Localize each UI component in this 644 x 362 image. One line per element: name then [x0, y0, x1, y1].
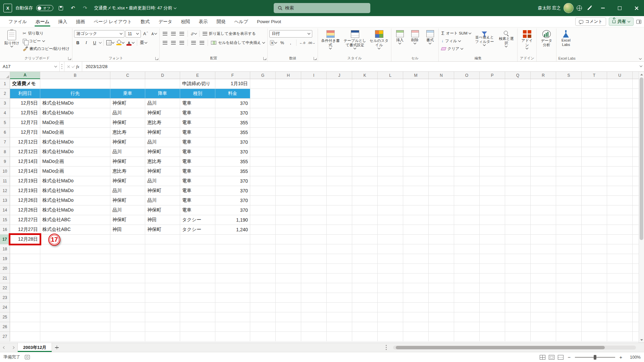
- cell-A15[interactable]: 12月27日: [10, 215, 40, 225]
- cell-S2[interactable]: [556, 89, 582, 99]
- cell-D10[interactable]: 神保町: [145, 167, 180, 176]
- cell-U18[interactable]: [607, 244, 633, 254]
- cell-V22[interactable]: [633, 283, 639, 293]
- cell-I16[interactable]: [301, 225, 327, 235]
- cell-P4[interactable]: [480, 108, 505, 118]
- cell-E16[interactable]: タクシー: [180, 225, 215, 235]
- cell-H18[interactable]: [276, 244, 301, 254]
- cell-H16[interactable]: [276, 225, 301, 235]
- zoom-slider-thumb[interactable]: [594, 355, 596, 360]
- cell-K19[interactable]: [352, 254, 378, 264]
- cell-C24[interactable]: [110, 303, 145, 312]
- cell-C11[interactable]: 神保町: [110, 176, 145, 186]
- cell-Q15[interactable]: [505, 215, 531, 225]
- cell-I5[interactable]: [301, 118, 327, 128]
- cell-R19[interactable]: [531, 254, 556, 264]
- cell-O3[interactable]: [454, 99, 480, 108]
- cell-I9[interactable]: [301, 157, 327, 167]
- autosum-button[interactable]: オート SUM: [440, 29, 472, 37]
- cell-J4[interactable]: [327, 108, 352, 118]
- cell-I18[interactable]: [301, 244, 327, 254]
- cell-S3[interactable]: [556, 99, 582, 108]
- cell-Q9[interactable]: [505, 157, 531, 167]
- redo-icon[interactable]: ↷: [81, 4, 90, 12]
- align-middle-button[interactable]: [170, 30, 177, 38]
- cell-N17[interactable]: [429, 235, 454, 244]
- page-layout-view-icon[interactable]: [549, 355, 554, 360]
- cell-H8[interactable]: [276, 147, 301, 157]
- row-header-4[interactable]: 4: [0, 108, 10, 118]
- cell-T25[interactable]: [582, 312, 607, 322]
- cell-N12[interactable]: [429, 186, 454, 196]
- column-header-T[interactable]: T: [582, 72, 607, 79]
- cell-M7[interactable]: [403, 137, 429, 147]
- decrease-indent-button[interactable]: [190, 39, 197, 47]
- cell-L20[interactable]: [378, 264, 403, 274]
- cell-U20[interactable]: [607, 264, 633, 274]
- minimize-button[interactable]: [595, 0, 610, 16]
- cell-U4[interactable]: [607, 108, 633, 118]
- cell-H22[interactable]: [276, 283, 301, 293]
- cell-C20[interactable]: [110, 264, 145, 274]
- cell-D15[interactable]: 神田: [145, 215, 180, 225]
- cell-B12[interactable]: 株式会社MaDo: [40, 186, 110, 196]
- fill-button[interactable]: フィル: [440, 37, 472, 45]
- cell-E8[interactable]: 電車: [180, 147, 215, 157]
- cell-L12[interactable]: [378, 186, 403, 196]
- column-header-K[interactable]: K: [352, 72, 378, 79]
- column-header-M[interactable]: M: [403, 72, 429, 79]
- cell-S12[interactable]: [556, 186, 582, 196]
- cell-A12[interactable]: 12月19日: [10, 186, 40, 196]
- dialog-launcher-icon[interactable]: [314, 57, 317, 60]
- cell-U12[interactable]: [607, 186, 633, 196]
- cell-S18[interactable]: [556, 244, 582, 254]
- cell-I17[interactable]: [301, 235, 327, 244]
- tab-help[interactable]: ヘルプ: [230, 16, 253, 27]
- cell-N1[interactable]: [429, 79, 454, 89]
- cell-G18[interactable]: [250, 244, 276, 254]
- cell-J27[interactable]: [327, 332, 352, 342]
- cell-P11[interactable]: [480, 176, 505, 186]
- cell-C10[interactable]: 恵比寿: [110, 167, 145, 176]
- insert-cells-button[interactable]: 挿入: [393, 29, 407, 45]
- cell-Q19[interactable]: [505, 254, 531, 264]
- cell-O2[interactable]: [454, 89, 480, 99]
- cell-H20[interactable]: [276, 264, 301, 274]
- cell-L11[interactable]: [378, 176, 403, 186]
- cell-P1[interactable]: [480, 79, 505, 89]
- cell-B26[interactable]: [40, 322, 110, 332]
- cell-O15[interactable]: [454, 215, 480, 225]
- cell-styles-button[interactable]: セルのスタイル: [369, 29, 389, 50]
- column-header-I[interactable]: I: [301, 72, 327, 79]
- cell-K3[interactable]: [352, 99, 378, 108]
- cell-F25[interactable]: [215, 312, 250, 322]
- cell-A1[interactable]: 交通費メモ: [10, 79, 40, 89]
- cell-I12[interactable]: [301, 186, 327, 196]
- cell-S10[interactable]: [556, 167, 582, 176]
- cell-Q13[interactable]: [505, 196, 531, 205]
- cell-N2[interactable]: [429, 89, 454, 99]
- cell-M22[interactable]: [403, 283, 429, 293]
- cell-L21[interactable]: [378, 274, 403, 283]
- cell-D7[interactable]: 品川: [145, 137, 180, 147]
- pen-icon[interactable]: [585, 4, 594, 12]
- cell-Q5[interactable]: [505, 118, 531, 128]
- cell-G10[interactable]: [250, 167, 276, 176]
- cell-O26[interactable]: [454, 322, 480, 332]
- cell-C21[interactable]: [110, 274, 145, 283]
- cell-D16[interactable]: 神保町: [145, 225, 180, 235]
- cell-O19[interactable]: [454, 254, 480, 264]
- cell-V21[interactable]: [633, 274, 639, 283]
- cell-Q1[interactable]: [505, 79, 531, 89]
- cell-U25[interactable]: [607, 312, 633, 322]
- cell-F1[interactable]: 1月10日: [215, 79, 250, 89]
- cell-G11[interactable]: [250, 176, 276, 186]
- cell-C14[interactable]: 品川: [110, 205, 145, 215]
- cell-B19[interactable]: [40, 254, 110, 264]
- network-icon[interactable]: [575, 4, 584, 12]
- cell-E14[interactable]: 電車: [180, 205, 215, 215]
- cell-O22[interactable]: [454, 283, 480, 293]
- cell-E24[interactable]: [180, 303, 215, 312]
- cell-I24[interactable]: [301, 303, 327, 312]
- cell-O14[interactable]: [454, 205, 480, 215]
